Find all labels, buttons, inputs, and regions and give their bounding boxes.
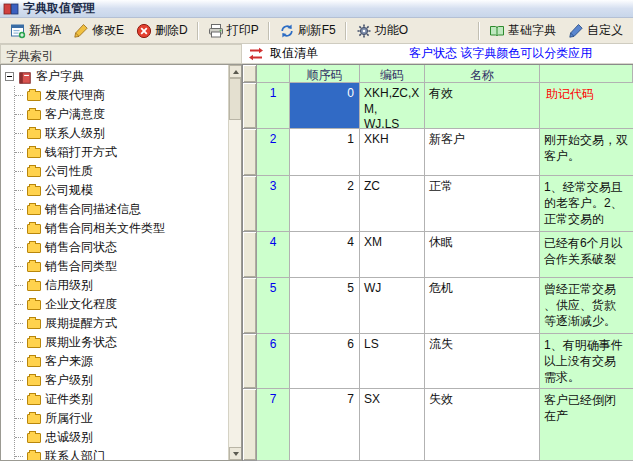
refresh-button[interactable]: 刷新F5: [273, 19, 342, 42]
folder-icon: [27, 433, 41, 443]
col-header-seq[interactable]: 顺序码: [290, 65, 360, 83]
tree-item[interactable]: 发展代理商: [15, 86, 241, 105]
tree-root-item[interactable]: 客户字典: [5, 67, 241, 86]
tree-item[interactable]: 所属行业: [15, 409, 241, 428]
row-selector[interactable]: [243, 278, 257, 334]
cell-desc[interactable]: 1、经常交易且 的老客户。2、 正常交易的: [540, 176, 633, 232]
tree-connector: [15, 228, 23, 229]
tree-scrollbar[interactable]: [228, 65, 241, 460]
cell-name[interactable]: 有效: [425, 83, 540, 129]
cell-desc[interactable]: 1、有明确事件 以上没有交易 需求。: [540, 334, 633, 389]
collapse-icon[interactable]: [5, 72, 14, 81]
cell-seq[interactable]: 4: [290, 232, 360, 278]
cell-seq[interactable]: 6: [290, 334, 360, 389]
row-selector[interactable]: [243, 83, 257, 129]
col-header-name[interactable]: 名称: [425, 65, 540, 83]
row-selector[interactable]: [243, 129, 257, 176]
row-selector[interactable]: [243, 389, 257, 461]
tree-item[interactable]: 客户满意度: [15, 105, 241, 124]
cell-desc[interactable]: 曾经正常交易 、供应、货款 等逐渐减少。: [540, 278, 633, 334]
basic-dictionary-button-label: 基础字典: [508, 22, 556, 39]
delete-button[interactable]: 删除D: [130, 19, 194, 42]
print-button-label: 打印P: [227, 22, 259, 39]
row-selector[interactable]: [243, 334, 257, 389]
tree-item[interactable]: 展期提醒方式: [15, 314, 241, 333]
tree-item[interactable]: 企业文化程度: [15, 295, 241, 314]
cell-code[interactable]: XKH,ZC,XM, WJ,LS: [360, 83, 425, 129]
tree-item[interactable]: 证件类别: [15, 390, 241, 409]
custom-icon: [568, 23, 584, 39]
tree-item[interactable]: 销售合同状态: [15, 238, 241, 257]
tree-item[interactable]: 忠诚级别: [15, 428, 241, 447]
print-button[interactable]: 打印P: [202, 19, 265, 42]
tree-item[interactable]: 联系人级别: [15, 124, 241, 143]
titlebar: 字典取值管理: [0, 0, 633, 18]
scroll-down-button[interactable]: [229, 447, 242, 460]
tree-item[interactable]: 销售合同类型: [15, 257, 241, 276]
cell-code[interactable]: XKH: [360, 129, 425, 176]
dictionary-status-note: 客户状态 该字典颜色可以分类应用: [409, 45, 592, 62]
folder-icon: [27, 414, 41, 424]
col-header-desc[interactable]: [540, 65, 633, 83]
tree-item[interactable]: 销售合同描述信息: [15, 200, 241, 219]
cell-code[interactable]: SX: [360, 389, 425, 461]
scroll-thumb[interactable]: [229, 78, 241, 120]
tree-item[interactable]: 客户来源: [15, 352, 241, 371]
sidebar-header: 字典索引: [0, 44, 242, 64]
folder-icon: [27, 395, 41, 405]
edit-icon: [73, 23, 89, 39]
row-number[interactable]: 4: [257, 232, 290, 278]
tree-item[interactable]: 展期业务状态: [15, 333, 241, 352]
row-selector[interactable]: [243, 176, 257, 232]
add-button[interactable]: 新增A: [4, 19, 67, 42]
cell-code[interactable]: LS: [360, 334, 425, 389]
cell-name[interactable]: 失效: [425, 389, 540, 461]
col-header-code[interactable]: 编码: [360, 65, 425, 83]
tree-item[interactable]: 公司规模: [15, 181, 241, 200]
cell-desc[interactable]: 刚开始交易，双 客户。: [540, 129, 633, 176]
dictionary-tree: 客户字典 发展代理商 客户满意度 联系人级别 钱箱打开方式 公司性质 公司规模 …: [0, 64, 242, 461]
cell-name[interactable]: 流失: [425, 334, 540, 389]
tree-item-label: 联系人级别: [45, 125, 105, 142]
row-number[interactable]: 2: [257, 129, 290, 176]
cell-seq[interactable]: 5: [290, 278, 360, 334]
function-button-label: 功能O: [375, 22, 408, 39]
cell-seq[interactable]: 7: [290, 389, 360, 461]
cell-seq[interactable]: 1: [290, 129, 360, 176]
tree-item-label: 客户级别: [45, 372, 93, 389]
tree-item[interactable]: 客户级别: [15, 371, 241, 390]
row-number[interactable]: 7: [257, 389, 290, 461]
cell-name[interactable]: 危机: [425, 278, 540, 334]
cell-name[interactable]: 休眠: [425, 232, 540, 278]
edit-button[interactable]: 修改E: [67, 19, 130, 42]
tree-item-label: 联系人部门: [45, 448, 105, 461]
folder-icon: [27, 205, 41, 215]
tree-item[interactable]: 销售合同相关文件类型: [15, 219, 241, 238]
cell-code[interactable]: XM: [360, 232, 425, 278]
toolbar-separator: [268, 22, 270, 40]
basic-dictionary-button[interactable]: 基础字典: [483, 19, 562, 42]
row-number[interactable]: 3: [257, 176, 290, 232]
tree-item[interactable]: 公司性质: [15, 162, 241, 181]
window-icon: [3, 1, 19, 17]
row-number[interactable]: 1: [257, 83, 290, 129]
scroll-up-button[interactable]: [229, 65, 242, 78]
cell-code[interactable]: WJ: [360, 278, 425, 334]
cell-seq[interactable]: 0: [290, 83, 360, 129]
folder-icon: [27, 224, 41, 234]
cell-code[interactable]: ZC: [360, 176, 425, 232]
tree-item[interactable]: 信用级别: [15, 276, 241, 295]
function-button[interactable]: 功能O: [350, 19, 414, 42]
row-number[interactable]: 6: [257, 334, 290, 389]
row-number[interactable]: 5: [257, 278, 290, 334]
cell-desc[interactable]: 客户已经倒闭 在产: [540, 389, 633, 461]
cell-name[interactable]: 新客户: [425, 129, 540, 176]
cell-seq[interactable]: 2: [290, 176, 360, 232]
customize-button[interactable]: 自定义: [562, 19, 629, 42]
row-selector[interactable]: [243, 232, 257, 278]
cell-name[interactable]: 正常: [425, 176, 540, 232]
tree-item[interactable]: 联系人部门: [15, 447, 241, 461]
tree-item[interactable]: 钱箱打开方式: [15, 143, 241, 162]
tree-item-label: 钱箱打开方式: [45, 144, 117, 161]
cell-desc[interactable]: 已经有6个月以 合作关系破裂: [540, 232, 633, 278]
